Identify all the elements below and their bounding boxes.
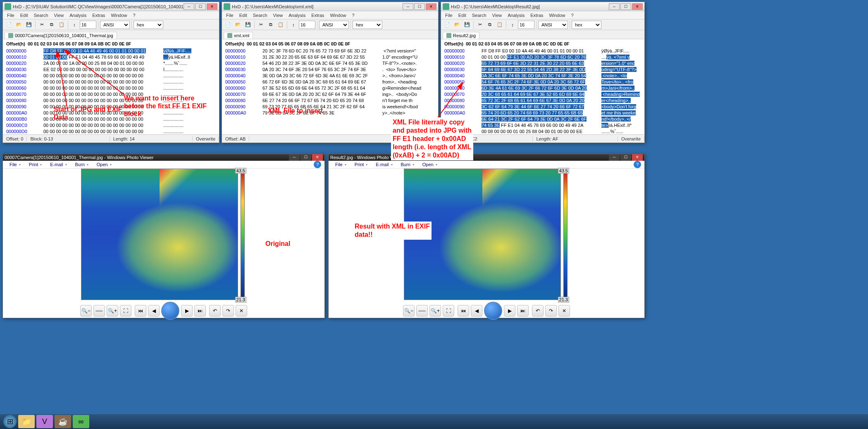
hex-row[interactable]: 00000030 EE 02 00 00 00 00 00 00 00 00 0… xyxy=(6,67,216,73)
hex-bytes[interactable]: 00 00 00 00 00 00 00 00 00 00 00 00 00 0… xyxy=(43,85,163,91)
maximize-button[interactable]: ☐ xyxy=(620,154,631,161)
menu-window[interactable]: Window xyxy=(546,12,568,19)
slideshow-button[interactable] xyxy=(484,302,502,320)
hex-bytes[interactable]: 00 08 00 00 00 01 00 25 88 04 00 01 00 0… xyxy=(482,129,601,134)
hxd3-titlebar[interactable]: HxD - [C:\Users\AlexM\Desktop\Result2.jp… xyxy=(441,2,644,11)
bytes-per-row-input[interactable] xyxy=(518,21,534,29)
hex-ascii[interactable]: ................ xyxy=(163,129,216,134)
hxd1-titlebar[interactable]: HxD - [C:\VS\UAV Solution\IMC QCView\Ima… xyxy=(3,2,219,11)
menu-edit[interactable]: Edit xyxy=(18,12,31,19)
hex-ascii[interactable]: m>Jani</from>.. xyxy=(601,85,641,91)
minimize-button[interactable]: ─ xyxy=(609,154,620,161)
menu-search[interactable]: Search xyxy=(470,12,489,19)
taskbar-app[interactable]: 📁 xyxy=(18,415,35,428)
hex-ascii[interactable]: ................ xyxy=(163,85,216,91)
hex-bytes[interactable]: 20 3C 68 65 61 64 69 6E 67 3E 52 65 6D 6… xyxy=(482,91,601,98)
maximize-button[interactable]: ☐ xyxy=(195,3,206,10)
hex-ascii[interactable]: 1.0" encoding="U xyxy=(382,54,435,60)
hex-ascii[interactable]: Tove</to>.. <fro xyxy=(601,79,641,85)
copy-icon[interactable]: ⧉ xyxy=(47,20,56,29)
menu-?[interactable]: ? xyxy=(350,12,357,19)
hex-bytes[interactable]: 74 65 3E FF E1 04 48 45 78 69 66 00 00 4… xyxy=(482,122,601,129)
new-icon[interactable]: 📄 xyxy=(224,20,233,29)
prev-icon[interactable]: ⏮ xyxy=(135,305,146,317)
copy-icon[interactable]: ⧉ xyxy=(485,20,494,29)
hex-ascii[interactable]: >.. <from>Jani</ xyxy=(382,73,435,79)
rotate-ccw-icon[interactable]: ↶ xyxy=(209,305,221,317)
hex-row[interactable]: 00000070 69 6E 67 3E 0D 0A 20 20 3C 62 6… xyxy=(225,91,435,98)
hex-ascii[interactable]: î............... xyxy=(163,67,216,73)
menu-?[interactable]: ? xyxy=(569,12,576,19)
hex-bytes[interactable]: 3E 0D 0A 20 3C 66 72 6F 6D 3E 4A 61 6E 6… xyxy=(262,73,382,79)
hex-row[interactable]: 00000050 54 6F 76 65 3C 2F 74 6F 3E 0D 0… xyxy=(444,79,641,85)
hex-row[interactable]: 00000060 6D 3E 4A 61 6E 69 3C 2F 66 72 6… xyxy=(444,85,641,91)
minimize-button[interactable]: ─ xyxy=(403,3,413,10)
cut-icon[interactable]: ✂ xyxy=(37,20,46,29)
pv-menu-e-mail[interactable]: E-mail xyxy=(372,161,396,168)
menu-edit[interactable]: Edit xyxy=(456,12,469,19)
maximize-button[interactable]: ☐ xyxy=(620,3,631,10)
hxd3-tab[interactable]: Result2.jpg xyxy=(443,32,479,39)
copy-icon[interactable]: ⧉ xyxy=(266,20,275,29)
new-icon[interactable]: 📄 xyxy=(5,20,14,29)
hex-bytes[interactable]: FF D8 FF E0 00 10 4A 46 49 46 00 01 01 0… xyxy=(43,48,163,54)
next-icon[interactable]: ⏭ xyxy=(194,305,206,317)
hex-bytes[interactable]: 20 3C 3F 78 6D 6C 20 76 65 72 73 69 6F 6… xyxy=(262,48,382,54)
taskbar-app[interactable]: ∞ xyxy=(73,415,89,428)
hex-row[interactable]: 000000C0 74 65 3E FF E1 04 48 45 78 69 6… xyxy=(444,122,641,129)
taskbar-app[interactable]: V xyxy=(36,415,53,428)
next-icon[interactable]: ⏭ xyxy=(517,305,529,317)
open-icon[interactable]: 📂 xyxy=(14,20,24,29)
menu-window[interactable]: Window xyxy=(327,12,348,19)
hex-bytes[interactable]: 65 72 73 69 6F 6E 3D 22 31 2E 30 22 20 6… xyxy=(482,60,601,67)
menu-file[interactable]: File xyxy=(5,12,17,19)
hex-ascii[interactable]: oding="UTF-8"?> xyxy=(601,67,641,73)
hex-bytes[interactable]: 54 46 2D 38 22 3F 3E 0D 0A 3C 6E 6F 74 6… xyxy=(262,60,382,67)
hex-ascii[interactable]: <?xml version=" xyxy=(382,48,435,54)
hex-row[interactable]: 00000000 20 3C 3F 78 6D 6C 20 76 65 72 7… xyxy=(225,48,435,54)
hex-row[interactable]: 00000070 20 3C 68 65 61 64 69 6E 67 3E 5… xyxy=(444,91,641,98)
hex-row[interactable]: 00000080 65 72 3C 2F 68 65 61 64 69 6E 6… xyxy=(444,98,641,104)
hex-row[interactable]: 000000B0 6E 64 21 3C 2F 62 6F 64 79 3E 0… xyxy=(444,116,641,122)
hex-row[interactable]: 00000020 65 72 73 69 6F 6E 3D 22 31 2E 3… xyxy=(444,60,641,67)
pv-menu-open[interactable]: Open xyxy=(419,161,441,168)
menu-search[interactable]: Search xyxy=(31,12,51,19)
hex-row[interactable]: 00000090 3C 62 6F 64 79 3E 44 6F 6E 27 7… xyxy=(444,104,641,110)
hex-ascii[interactable]: ....ÿá.­ <?xml v xyxy=(601,54,641,60)
hex-row[interactable]: 000000D0 00 00 00 00 00 00 00 00 00 00 0… xyxy=(6,129,216,134)
hex-ascii[interactable]: *.......%ˆ...... xyxy=(163,60,216,67)
hxd2-titlebar[interactable]: HxD - [C:\Users\AlexM\Desktop\xml.xml] ─… xyxy=(222,2,438,11)
close-button[interactable]: ✕ xyxy=(426,3,436,10)
hex-ascii[interactable]: . <to> Tove</to> xyxy=(382,67,435,73)
menu-analysis[interactable]: Analysis xyxy=(505,12,527,19)
hex-bytes[interactable]: 00 01 00 00 FF E1 04 48 45 78 69 66 00 0… xyxy=(43,54,163,60)
hex-row[interactable]: 000000A0 65 74 20 6D 65 20 74 68 69 73 2… xyxy=(444,110,641,116)
hex-bytes[interactable]: 69 6E 67 3E 0D 0A 20 20 3C 62 6F 64 79 3… xyxy=(262,91,382,98)
fit-icon[interactable]: ⛶ xyxy=(120,305,131,317)
next2-icon[interactable]: ▶ xyxy=(504,305,515,317)
hex-row[interactable]: 00000030 0A 20 3C 74 6F 3E 20 54 6F 76 6… xyxy=(225,67,435,73)
hex-row[interactable]: 00000050 66 72 6F 6D 3E 0D 0A 20 3C 68 6… xyxy=(225,79,435,85)
prev2-icon[interactable]: ◀ xyxy=(471,305,482,317)
hex-bytes[interactable]: 6E 27 74 20 66 6F 72 67 65 74 20 6D 65 2… xyxy=(262,98,382,104)
rotate-cw-icon[interactable]: ↷ xyxy=(545,305,557,317)
menu-file[interactable]: File xyxy=(224,12,236,19)
close-button[interactable]: ✕ xyxy=(632,154,643,161)
hex-bytes[interactable]: 6D 3E 4A 61 6E 69 3C 2F 66 72 6F 6D 3E 0… xyxy=(482,85,601,91)
hex-row[interactable]: 00000040 3E 0D 0A 20 3C 66 72 6F 6D 3E 4… xyxy=(225,73,435,79)
cut-icon[interactable]: ✂ xyxy=(475,20,484,29)
hex-row[interactable]: 00000040 0A 3C 6E 6F 74 65 3E 0D 0A 20 3… xyxy=(444,73,641,79)
hex-ascii[interactable]: from>.. <heading xyxy=(382,79,435,85)
hex-bytes[interactable]: 00 00 00 00 00 00 00 00 00 00 00 00 00 0… xyxy=(43,122,163,129)
menu-view[interactable]: View xyxy=(52,12,67,19)
close-button[interactable]: ✕ xyxy=(312,154,323,161)
slideshow-button[interactable] xyxy=(161,302,179,320)
menu-extras[interactable]: Extras xyxy=(528,12,546,19)
encoding-select[interactable]: ANSI xyxy=(319,21,349,29)
menu-file[interactable]: File xyxy=(443,12,455,19)
pv-menu-file[interactable]: File xyxy=(6,161,24,168)
maximize-button[interactable]: ☐ xyxy=(414,3,425,10)
hex-bytes[interactable]: 00 01 00 00 FF E1 00 AD 20 3C 3F 78 6D 6… xyxy=(482,54,601,60)
open-icon[interactable]: 📂 xyxy=(453,20,462,29)
pv-menu-open[interactable]: Open xyxy=(93,161,115,168)
